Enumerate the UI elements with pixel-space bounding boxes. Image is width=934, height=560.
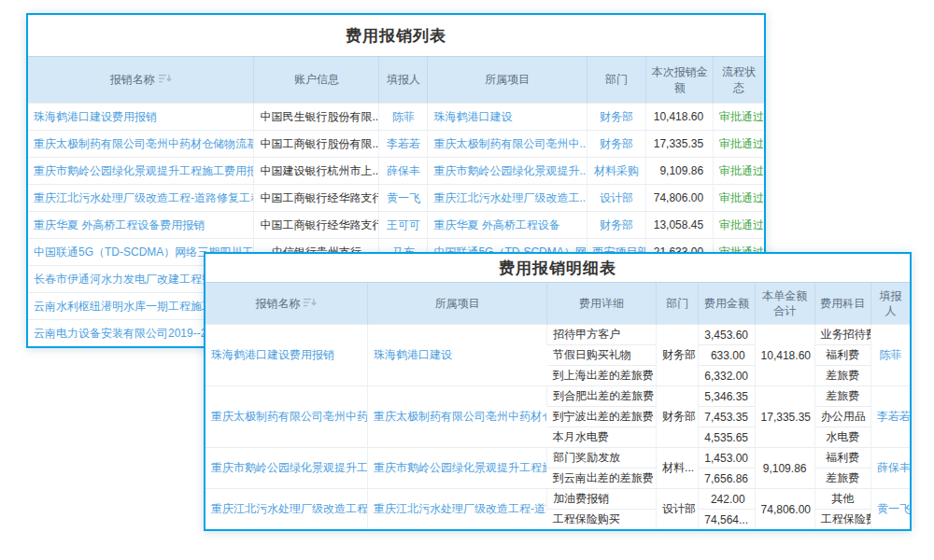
- reimbursement-name-link[interactable]: 重庆华夏 外高桥工程设备费用报销: [28, 212, 254, 239]
- status-badge[interactable]: 审批通过: [714, 131, 764, 158]
- column-header-label: 本单金额合计: [762, 289, 807, 317]
- reporter-link[interactable]: 陈菲: [379, 104, 428, 131]
- department-link[interactable]: 财务部: [587, 212, 646, 239]
- status-badge[interactable]: 审批通过: [714, 212, 764, 239]
- expense-category-cell: 水电费: [814, 427, 870, 448]
- expense-category-cell: 其他: [814, 489, 870, 510]
- column-header-label: 填报人: [879, 289, 901, 317]
- total-amount-cell: 10,418.60: [755, 325, 814, 386]
- table-row: 重庆太极制药有限公司亳州中药材重庆太极制药有限公司亳州中药材仓储物流到合肥出差的…: [205, 386, 910, 407]
- column-header: 所属项目: [367, 283, 546, 325]
- department-link[interactable]: 财务部: [587, 104, 646, 131]
- reporter-link[interactable]: 李若若: [870, 386, 910, 448]
- expense-amount-cell: 6,332.00: [699, 366, 755, 386]
- table-row: 重庆市鹅岭公园绿化景观提升工程重庆市鹅岭公园绿化景观提升工程施工部门奖励发放材料…: [205, 448, 910, 469]
- expense-category-cell: 差旅费: [814, 469, 870, 489]
- column-header: 流程状态: [714, 57, 764, 104]
- reporter-link[interactable]: 李若若: [379, 131, 428, 158]
- status-badge[interactable]: 审批通过: [714, 104, 764, 131]
- column-header-label: 所属项目: [435, 297, 480, 310]
- expense-amount-cell: 7,656.86: [699, 469, 755, 489]
- column-header-label: 费用科目: [820, 297, 865, 310]
- column-header-label: 所属项目: [485, 73, 530, 86]
- department-cell: 材料...: [657, 448, 699, 489]
- column-header: 本次报销金额: [646, 57, 714, 104]
- expense-category-cell: 差旅费: [814, 366, 870, 386]
- table-row: 重庆华夏 外高桥工程设备费用报销中国工商银行经华路支行王可可重庆华夏 外高桥工程…: [28, 212, 764, 239]
- department-link[interactable]: 财务部: [587, 131, 646, 158]
- project-link[interactable]: 重庆市鹅岭公园绿化景观提升...: [428, 158, 587, 185]
- expense-detail-table-card: 费用报销明细表 报销名称所属项目费用详细部门费用金额本单金额合计费用科目填报人 …: [204, 252, 912, 531]
- project-link[interactable]: 珠海鹤港口建设: [428, 104, 587, 131]
- project-link[interactable]: 重庆华夏 外高桥工程设备: [428, 212, 587, 239]
- column-header-label: 账户信息: [294, 73, 339, 86]
- column-header: 填报人: [379, 57, 428, 104]
- project-link[interactable]: 重庆太极制药有限公司亳州中...: [428, 131, 587, 158]
- reimbursement-name-link[interactable]: 重庆市鹅岭公园绿化景观提升工程: [205, 448, 367, 489]
- column-header: 所属项目: [428, 57, 587, 104]
- reporter-link[interactable]: 陈菲: [870, 325, 910, 386]
- status-badge[interactable]: 审批通过: [714, 158, 764, 185]
- sort-icon[interactable]: [304, 298, 317, 308]
- amount-cell: 10,418.60: [646, 104, 714, 131]
- reporter-link[interactable]: 薛保丰: [870, 448, 910, 489]
- project-link[interactable]: 珠海鹤港口建设: [367, 325, 546, 386]
- column-header-label: 填报人: [387, 73, 420, 86]
- project-link[interactable]: 重庆太极制药有限公司亳州中药材仓储物流: [367, 386, 546, 448]
- expense-amount-cell: 242.00: [699, 489, 755, 510]
- column-header: 账户信息: [254, 57, 379, 104]
- department-cell: 财务部: [657, 386, 699, 448]
- reimbursement-name-link[interactable]: 重庆市鹅岭公园绿化景观提升工程施工费用报销: [28, 158, 254, 185]
- sort-icon[interactable]: [159, 74, 172, 84]
- reimbursement-name-link[interactable]: 重庆太极制药有限公司亳州中药材仓储物流基地项...: [28, 131, 254, 158]
- expense-category-cell: 差旅费: [814, 386, 870, 407]
- expense-amount-cell: 74,564...: [699, 510, 755, 530]
- column-header-label: 流程状态: [722, 65, 756, 93]
- expense-category-cell: 办公用品: [814, 407, 870, 427]
- project-link[interactable]: 重庆江北污水处理厂级改造工程-道路修复工: [367, 489, 546, 530]
- reimbursement-name-link[interactable]: 珠海鹤港口建设费用报销: [205, 325, 367, 386]
- column-header-label: 报销名称: [255, 297, 300, 310]
- reporter-link[interactable]: 薛保丰: [379, 158, 428, 185]
- expense-category-cell: 业务招待费: [814, 325, 870, 345]
- table-row: 重庆太极制药有限公司亳州中药材仓储物流基地项...中国工商银行股份有限...李若…: [28, 131, 764, 158]
- table-row: 珠海鹤港口建设费用报销中国民生银行股份有限...陈菲珠海鹤港口建设财务部10,4…: [28, 104, 764, 131]
- table-row: 珠海鹤港口建设费用报销珠海鹤港口建设招待甲方客户财务部3,453.6010,41…: [205, 325, 910, 345]
- expense-detail-cell: 到合肥出差的差旅费: [547, 386, 657, 407]
- reporter-link[interactable]: 黄一飞: [870, 489, 910, 530]
- expense-list-header: 报销名称账户信息填报人所属项目部门本次报销金额流程状态: [28, 57, 764, 104]
- reimbursement-name-link[interactable]: 重庆江北污水处理厂级改造工程-道路修复工程费用...: [28, 185, 254, 212]
- expense-detail-cell: 工程保险购买: [547, 510, 657, 530]
- expense-category-cell: 福利费: [814, 345, 870, 366]
- reporter-link[interactable]: 黄一飞: [379, 185, 428, 212]
- reimbursement-name-link[interactable]: 珠海鹤港口建设费用报销: [28, 104, 254, 131]
- account-info-cell: 中国工商银行经华路支行: [254, 212, 379, 239]
- total-amount-cell: 9,109.86: [755, 448, 814, 489]
- total-amount-cell: 74,806.00: [755, 489, 814, 530]
- project-link[interactable]: 重庆市鹅岭公园绿化景观提升工程施工: [367, 448, 546, 489]
- reimbursement-name-link[interactable]: 重庆江北污水处理厂级改造工程-: [205, 489, 367, 530]
- expense-detail-cell: 本月水电费: [547, 427, 657, 448]
- column-header: 报销名称: [28, 57, 254, 104]
- expense-detail-cell: 节假日购买礼物: [547, 345, 657, 366]
- reimbursement-name-link[interactable]: 重庆太极制药有限公司亳州中药材: [205, 386, 367, 448]
- column-header: 部门: [657, 283, 699, 325]
- column-header: 费用科目: [814, 283, 870, 325]
- amount-cell: 13,058.45: [646, 212, 714, 239]
- account-info-cell: 中国建设银行杭州市上...: [254, 158, 379, 185]
- expense-detail-header: 报销名称所属项目费用详细部门费用金额本单金额合计费用科目填报人: [205, 283, 910, 325]
- column-header: 填报人: [870, 283, 910, 325]
- account-info-cell: 中国工商银行股份有限...: [254, 131, 379, 158]
- project-link[interactable]: 重庆江北污水处理厂级改造工...: [428, 185, 587, 212]
- expense-category-cell: 福利费: [814, 448, 870, 469]
- status-badge[interactable]: 审批通过: [714, 185, 764, 212]
- department-cell: 设计部: [657, 489, 699, 530]
- reporter-link[interactable]: 王可可: [379, 212, 428, 239]
- expense-detail-cell: 加油费报销: [547, 489, 657, 510]
- department-link[interactable]: 材料采购: [587, 158, 646, 185]
- amount-cell: 74,806.00: [646, 185, 714, 212]
- department-cell: 财务部: [657, 325, 699, 386]
- department-link[interactable]: 设计部: [587, 185, 646, 212]
- amount-cell: 9,109.86: [646, 158, 714, 185]
- expense-list-title: 费用报销列表: [28, 15, 764, 56]
